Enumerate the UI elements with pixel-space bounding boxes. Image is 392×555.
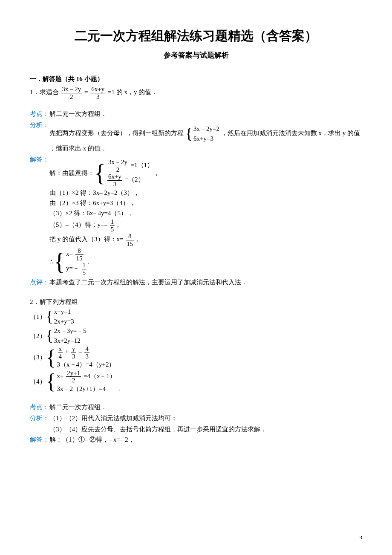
page-number: 3 bbox=[360, 533, 363, 542]
comma: , bbox=[136, 236, 138, 243]
frac-num: 1 bbox=[110, 218, 115, 226]
q1-final-system: { x= 8 15 y=－ 1 5 bbox=[54, 247, 87, 276]
q1-fenxi: 先把两方程变形（去分母），得到一组新的方程 { 3x－2y=2 6x+y=3 ，… bbox=[49, 120, 362, 153]
q2-p4-a-pre: x+ bbox=[57, 373, 64, 379]
q1-frac2-num: 6x+y bbox=[90, 86, 105, 93]
q2-p1-b: 2x+y=3 bbox=[54, 317, 74, 327]
q1-final-b-pre: y=－ bbox=[66, 265, 79, 272]
q1-fenxi-sys-b: 6x+y=3 bbox=[193, 134, 219, 144]
q2-part4: （4） { x+ 2y+12 =4（x－1） 3x－2（2y+1）=4 ． bbox=[30, 370, 122, 394]
q1-frac1: 3x－2y 2 bbox=[61, 86, 82, 100]
q1-step2: 由（2）×3 得：6x+y=3（4）， bbox=[49, 198, 362, 208]
q2-part2: （2） { 2x－3y=－5 3x+2y=12 bbox=[30, 326, 86, 345]
q2-p2-b: 3x+2y=12 bbox=[54, 336, 86, 346]
q1-frac1-num: 3x－2y bbox=[61, 86, 82, 93]
frac-num: 3x－2y bbox=[107, 159, 128, 166]
q1-fenxi-mid: ，然后在用加减消元法消去未知数 x，求出 y 的值 bbox=[221, 130, 360, 136]
q2-p4-a-post: =4（x－1） bbox=[84, 373, 116, 379]
frac-num: 2y+1 bbox=[66, 370, 81, 377]
q2-p2-a: 2x－3y=－5 bbox=[54, 326, 86, 336]
kaodian-label: 考点： bbox=[30, 109, 49, 119]
frac-num: 4 bbox=[84, 345, 89, 353]
q1-step3: （3）×2 得：6x– 4y=4（5）， bbox=[49, 208, 362, 218]
q2-p2-label: （2） bbox=[30, 331, 46, 341]
eq-sign: = bbox=[84, 89, 88, 96]
q2-kaodian: 解二元一次方程组． bbox=[49, 402, 362, 412]
frac-den: 5 bbox=[82, 269, 87, 277]
q1-jieda-system: { 3x－2y 2 =1（1） 6x+y 3 =（2 bbox=[94, 159, 153, 188]
frac-den: 3 bbox=[71, 353, 76, 360]
q2-part3: （3） { x4 + y3 = 43 3（x－4）=4（y+2） bbox=[30, 345, 115, 370]
frac-num: 8 bbox=[126, 233, 134, 240]
q2-fenxi1: （1）（2）用代入消元法或加减消元法均可； bbox=[49, 413, 362, 423]
frac-den: 3 bbox=[107, 181, 122, 188]
q2-p1-a: x+y=1 bbox=[54, 307, 74, 317]
left-brace-icon: { bbox=[46, 372, 56, 391]
q1-step5-prefix: 把 y 的值代入（3）得：x= bbox=[49, 236, 123, 243]
frac: x4 bbox=[58, 345, 63, 360]
kaodian-label: 考点： bbox=[30, 402, 49, 412]
q1-step1: 由（1）×2 得：3x– 2y=2（3）， bbox=[49, 188, 362, 198]
q1-dianping: 本题考查了二元一次方程组的解法，主要运用了加减消元法和代入法． bbox=[49, 277, 362, 287]
q1-frac1-den: 2 bbox=[61, 93, 82, 101]
jieda-label: 解答： bbox=[30, 154, 49, 165]
frac-den: 2 bbox=[66, 377, 81, 384]
q1-jieda-sys-b-frac: 6x+y 3 bbox=[107, 173, 122, 188]
frac: 43 bbox=[84, 345, 89, 360]
q2-part1: （1） { x+y=1 2x+y=3 bbox=[30, 307, 74, 326]
left-brace-icon: { bbox=[46, 348, 56, 367]
frac-den: 4 bbox=[58, 353, 63, 360]
section-heading: 一．解答题（共 16 小题） bbox=[30, 74, 362, 84]
q2-p4-label: （4） bbox=[30, 376, 46, 387]
q1-kaodian: 解二元一次方程组． bbox=[49, 109, 362, 119]
q1-fenxi-system: { 3x－2y=2 6x+y=3 bbox=[185, 124, 219, 143]
frac-num: y bbox=[71, 345, 76, 353]
frac-num: 6x+y bbox=[107, 173, 122, 181]
fenxi-label: 分析： bbox=[30, 413, 49, 423]
q1-fenxi-tail: ，继而求出 x 的值． bbox=[49, 143, 362, 153]
frac-num: 1 bbox=[82, 262, 87, 269]
q2-p1-label: （1） bbox=[30, 312, 46, 322]
left-brace-icon: { bbox=[185, 127, 193, 140]
q1-jieda-sys-b-tail: =（2） bbox=[125, 176, 144, 183]
fenxi-label: 分析： bbox=[30, 120, 49, 130]
q2-jieda: 解：（1）①– ②得，– x=– 2， bbox=[49, 434, 362, 445]
frac-den: 15 bbox=[75, 255, 84, 262]
q1-step4-frac: 1 5 bbox=[110, 218, 115, 233]
q1-fenxi-sys-a: 3x－2y=2 bbox=[193, 124, 219, 134]
q1-final-b-frac: 1 5 bbox=[82, 262, 87, 276]
left-brace-icon: { bbox=[46, 329, 53, 342]
frac: y3 bbox=[71, 345, 76, 360]
frac-den: 3 bbox=[84, 353, 89, 360]
q2-p4-b: 3x－2（2y+1）=4 bbox=[57, 384, 116, 394]
q1-step4-prefix: （5）–（4）得：y=– bbox=[49, 222, 107, 228]
frac-den: 2 bbox=[107, 166, 128, 173]
frac-den: 15 bbox=[126, 240, 134, 248]
q1-frac2: 6x+y 3 bbox=[90, 86, 105, 100]
frac-num: x bbox=[58, 345, 63, 353]
left-brace-icon: { bbox=[94, 162, 106, 184]
q1-jieda-sys-a-frac: 3x－2y 2 bbox=[107, 159, 128, 173]
page-subtitle: 参考答案与试题解析 bbox=[30, 49, 362, 61]
page-title: 二元一次方程组解法练习题精选（含答案） bbox=[30, 26, 362, 46]
q2-p3-label: （3） bbox=[30, 352, 46, 362]
q1-frac2-den: 3 bbox=[90, 93, 105, 101]
comma: ， bbox=[153, 168, 160, 178]
comma: , bbox=[117, 222, 119, 228]
plus: + bbox=[65, 349, 69, 356]
q1-jieda-sys-a-tail: =1（1） bbox=[131, 162, 153, 169]
period: . bbox=[87, 257, 89, 267]
period: ． bbox=[116, 383, 122, 393]
q2-fenxi2: （3）（4）应先去分母、去括号化简方程组，再进一步采用适宜的方法求解． bbox=[30, 424, 362, 434]
left-brace-icon: { bbox=[46, 309, 53, 323]
q1-stem: 1．求适合 3x－2y 2 = 6x+y 3 =1 的 x，y 的值． bbox=[30, 86, 362, 100]
q1-final-a-pre: x= bbox=[66, 251, 73, 257]
q1-jieda: 解：由题意得： { 3x－2y 2 =1（1） 6x+y 3 bbox=[49, 154, 362, 276]
dianping-label: 点评： bbox=[30, 277, 49, 287]
eq: = bbox=[78, 349, 82, 356]
left-brace-icon: { bbox=[54, 251, 65, 272]
q1-stem-suffix: =1 的 x，y 的值． bbox=[108, 89, 158, 96]
q1-fenxi-prefix: 先把两方程变形（去分母），得到一组新的方程 bbox=[49, 130, 184, 136]
frac-num: 8 bbox=[75, 247, 84, 255]
frac: 2y+12 bbox=[66, 370, 81, 384]
